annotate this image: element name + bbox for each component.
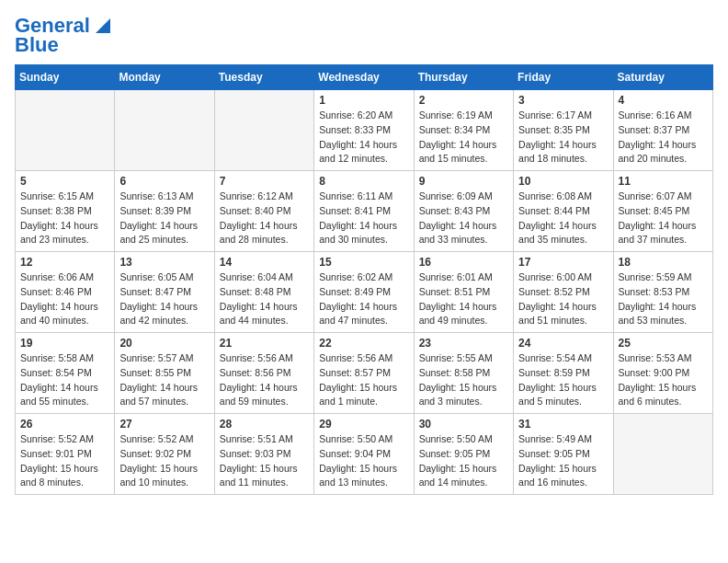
day-info: Sunrise: 6:00 AMSunset: 8:52 PMDaylight:… [518, 270, 608, 328]
calendar-cell: 12Sunrise: 6:06 AMSunset: 8:46 PMDayligh… [16, 252, 115, 333]
day-number: 1 [319, 94, 408, 107]
calendar-cell: 13Sunrise: 6:05 AMSunset: 8:47 PMDayligh… [115, 252, 214, 333]
calendar-table: SundayMondayTuesdayWednesdayThursdayFrid… [15, 64, 713, 495]
day-info: Sunrise: 6:06 AMSunset: 8:46 PMDaylight:… [20, 270, 109, 328]
calendar-cell: 7Sunrise: 6:12 AMSunset: 8:40 PMDaylight… [214, 171, 313, 252]
day-header-monday: Monday [115, 65, 214, 90]
days-header-row: SundayMondayTuesdayWednesdayThursdayFrid… [16, 65, 713, 90]
day-number: 4 [619, 94, 708, 107]
calendar-week-4: 19Sunrise: 5:58 AMSunset: 8:54 PMDayligh… [16, 333, 713, 414]
calendar-cell: 6Sunrise: 6:13 AMSunset: 8:39 PMDaylight… [115, 171, 214, 252]
calendar-cell: 14Sunrise: 6:04 AMSunset: 8:48 PMDayligh… [214, 252, 313, 333]
day-number: 12 [20, 256, 109, 269]
day-info: Sunrise: 6:13 AMSunset: 8:39 PMDaylight:… [119, 190, 209, 247]
day-info: Sunrise: 6:01 AMSunset: 8:51 PMDaylight:… [419, 270, 508, 328]
day-number: 27 [119, 418, 209, 431]
calendar-cell: 2Sunrise: 6:19 AMSunset: 8:34 PMDaylight… [414, 90, 513, 171]
calendar-cell: 26Sunrise: 5:52 AMSunset: 9:01 PMDayligh… [16, 414, 115, 495]
calendar-week-3: 12Sunrise: 6:06 AMSunset: 8:46 PMDayligh… [16, 252, 713, 333]
day-number: 14 [220, 256, 309, 269]
day-number: 5 [20, 175, 109, 188]
day-number: 28 [220, 418, 309, 431]
day-info: Sunrise: 6:05 AMSunset: 8:47 PMDaylight:… [119, 270, 209, 328]
day-header-wednesday: Wednesday [314, 65, 414, 90]
day-info: Sunrise: 5:55 AMSunset: 8:58 PMDaylight:… [419, 351, 508, 409]
svg-marker-0 [96, 18, 110, 33]
day-number: 29 [319, 418, 408, 431]
day-header-friday: Friday [514, 65, 613, 90]
day-info: Sunrise: 6:12 AMSunset: 8:40 PMDaylight:… [220, 190, 309, 247]
calendar-cell: 15Sunrise: 6:02 AMSunset: 8:49 PMDayligh… [314, 252, 414, 333]
day-number: 16 [419, 256, 508, 269]
day-number: 22 [319, 337, 408, 350]
calendar-cell: 8Sunrise: 6:11 AMSunset: 8:41 PMDaylight… [314, 171, 414, 252]
calendar-cell [115, 90, 214, 171]
calendar-cell: 23Sunrise: 5:55 AMSunset: 8:58 PMDayligh… [414, 333, 513, 414]
day-number: 13 [119, 256, 209, 269]
day-header-sunday: Sunday [16, 65, 115, 90]
day-header-tuesday: Tuesday [214, 65, 313, 90]
day-number: 15 [319, 256, 408, 269]
day-header-saturday: Saturday [613, 65, 712, 90]
calendar-week-5: 26Sunrise: 5:52 AMSunset: 9:01 PMDayligh… [16, 414, 713, 495]
calendar-cell: 24Sunrise: 5:54 AMSunset: 8:59 PMDayligh… [514, 333, 613, 414]
day-info: Sunrise: 5:58 AMSunset: 8:54 PMDaylight:… [20, 351, 109, 409]
day-info: Sunrise: 6:15 AMSunset: 8:38 PMDaylight:… [20, 190, 109, 247]
day-info: Sunrise: 5:52 AMSunset: 9:01 PMDaylight:… [20, 432, 109, 490]
day-number: 20 [119, 337, 209, 350]
day-info: Sunrise: 5:50 AMSunset: 9:05 PMDaylight:… [419, 432, 508, 490]
day-number: 3 [518, 94, 608, 107]
day-info: Sunrise: 6:11 AMSunset: 8:41 PMDaylight:… [319, 190, 408, 247]
day-info: Sunrise: 6:17 AMSunset: 8:35 PMDaylight:… [518, 109, 608, 167]
logo: General Blue [15, 15, 114, 57]
calendar-cell: 19Sunrise: 5:58 AMSunset: 8:54 PMDayligh… [16, 333, 115, 414]
day-info: Sunrise: 5:56 AMSunset: 8:57 PMDaylight:… [319, 351, 408, 409]
calendar-cell: 5Sunrise: 6:15 AMSunset: 8:38 PMDaylight… [16, 171, 115, 252]
day-info: Sunrise: 6:19 AMSunset: 8:34 PMDaylight:… [419, 109, 508, 167]
calendar-week-1: 1Sunrise: 6:20 AMSunset: 8:33 PMDaylight… [16, 90, 713, 171]
day-info: Sunrise: 5:56 AMSunset: 8:56 PMDaylight:… [220, 351, 309, 409]
day-number: 21 [220, 337, 309, 350]
calendar-cell [613, 414, 712, 495]
calendar-cell: 4Sunrise: 6:16 AMSunset: 8:37 PMDaylight… [613, 90, 712, 171]
calendar-cell: 20Sunrise: 5:57 AMSunset: 8:55 PMDayligh… [115, 333, 214, 414]
calendar-cell: 11Sunrise: 6:07 AMSunset: 8:45 PMDayligh… [613, 171, 712, 252]
page-header: General Blue [15, 15, 713, 57]
calendar-cell: 17Sunrise: 6:00 AMSunset: 8:52 PMDayligh… [514, 252, 613, 333]
calendar-cell: 16Sunrise: 6:01 AMSunset: 8:51 PMDayligh… [414, 252, 513, 333]
day-number: 9 [419, 175, 508, 188]
day-number: 11 [619, 175, 708, 188]
calendar-cell [214, 90, 313, 171]
day-info: Sunrise: 6:20 AMSunset: 8:33 PMDaylight:… [319, 109, 408, 167]
calendar-cell: 18Sunrise: 5:59 AMSunset: 8:53 PMDayligh… [613, 252, 712, 333]
day-info: Sunrise: 5:53 AMSunset: 9:00 PMDaylight:… [619, 351, 708, 409]
day-info: Sunrise: 5:52 AMSunset: 9:02 PMDaylight:… [119, 432, 209, 490]
calendar-cell: 10Sunrise: 6:08 AMSunset: 8:44 PMDayligh… [514, 171, 613, 252]
day-number: 25 [619, 337, 708, 350]
day-number: 30 [419, 418, 508, 431]
calendar-cell: 25Sunrise: 5:53 AMSunset: 9:00 PMDayligh… [613, 333, 712, 414]
day-info: Sunrise: 6:08 AMSunset: 8:44 PMDaylight:… [518, 190, 608, 247]
day-number: 24 [518, 337, 608, 350]
calendar-cell: 31Sunrise: 5:49 AMSunset: 9:05 PMDayligh… [514, 414, 613, 495]
calendar-week-2: 5Sunrise: 6:15 AMSunset: 8:38 PMDaylight… [16, 171, 713, 252]
calendar-cell: 1Sunrise: 6:20 AMSunset: 8:33 PMDaylight… [314, 90, 414, 171]
day-info: Sunrise: 6:07 AMSunset: 8:45 PMDaylight:… [619, 190, 708, 247]
day-info: Sunrise: 6:04 AMSunset: 8:48 PMDaylight:… [220, 270, 309, 328]
day-info: Sunrise: 5:59 AMSunset: 8:53 PMDaylight:… [619, 270, 708, 328]
day-info: Sunrise: 6:16 AMSunset: 8:37 PMDaylight:… [619, 109, 708, 167]
day-info: Sunrise: 5:51 AMSunset: 9:03 PMDaylight:… [220, 432, 309, 490]
day-number: 31 [518, 418, 608, 431]
day-number: 10 [518, 175, 608, 188]
day-number: 23 [419, 337, 508, 350]
calendar-cell: 9Sunrise: 6:09 AMSunset: 8:43 PMDaylight… [414, 171, 513, 252]
calendar-cell: 30Sunrise: 5:50 AMSunset: 9:05 PMDayligh… [414, 414, 513, 495]
day-number: 26 [20, 418, 109, 431]
day-number: 19 [20, 337, 109, 350]
day-info: Sunrise: 5:50 AMSunset: 9:04 PMDaylight:… [319, 432, 408, 490]
logo-icon [92, 15, 114, 37]
day-info: Sunrise: 6:09 AMSunset: 8:43 PMDaylight:… [419, 190, 508, 247]
calendar-cell: 3Sunrise: 6:17 AMSunset: 8:35 PMDaylight… [514, 90, 613, 171]
calendar-cell: 21Sunrise: 5:56 AMSunset: 8:56 PMDayligh… [214, 333, 313, 414]
day-header-thursday: Thursday [414, 65, 513, 90]
